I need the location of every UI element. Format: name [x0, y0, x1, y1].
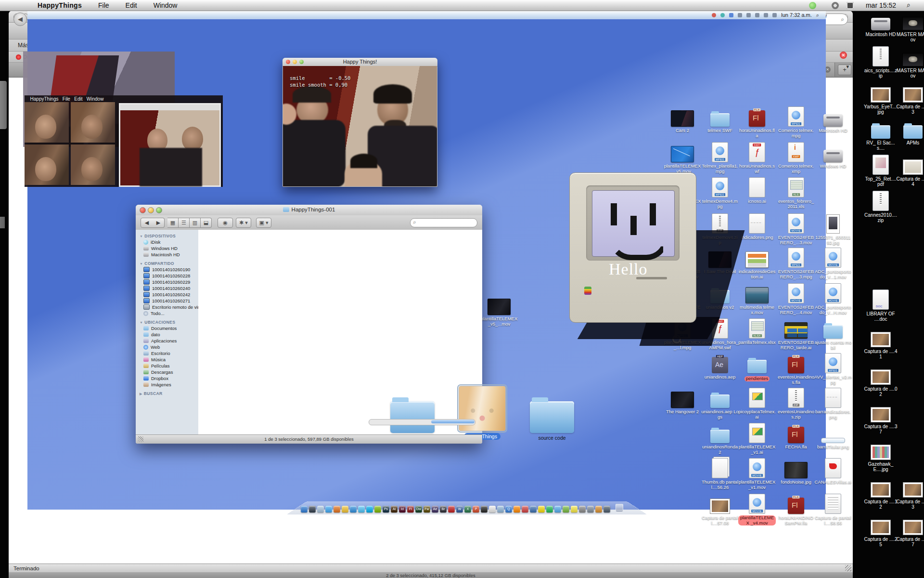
sidebar-item[interactable]: Web: [143, 344, 198, 350]
desktop-icon[interactable]: Gazehawk_E....jpg: [864, 442, 898, 472]
menubar-status-icon[interactable]: [809, 2, 816, 9]
tab-overflow-icon[interactable]: ▾: [846, 64, 849, 70]
sidebar-item[interactable]: 100014010260229: [143, 279, 198, 285]
dock-app-icon[interactable]: [350, 506, 357, 512]
inner-desktop-icon[interactable]: horaUninadinos.fla: [738, 105, 776, 138]
inner-desktop-icon[interactable]: horaUninadinos.swf: [738, 141, 776, 174]
desktop-icon[interactable]: Captura de ....17: [896, 517, 924, 547]
desktop-icon[interactable]: RV_ El Sac...s....: [864, 120, 898, 151]
dock-app-icon[interactable]: [497, 506, 504, 512]
inner-desktop-icon[interactable]: Comerico telmex.xmp: [777, 141, 815, 174]
back-button[interactable]: ◀: [13, 13, 27, 26]
inner-desktop-icon[interactable]: The Hangover 2: [664, 387, 701, 415]
dock-app-icon[interactable]: [603, 506, 610, 512]
inner-desktop-icon[interactable]: ADC_puntosportodo_V...H.mov: [814, 282, 852, 315]
desktop-icon[interactable]: Captura de ....12: [864, 479, 898, 510]
inner-desktop-icon[interactable]: Cars 2: [664, 105, 701, 133]
inner-desktop-icon[interactable]: uniandinos.aep: [701, 352, 739, 380]
inner-desktop-icon[interactable]: uniandinosRonda2: [701, 422, 739, 455]
dock-app-icon[interactable]: X: [464, 506, 471, 512]
dock-app-icon[interactable]: [546, 506, 553, 512]
sidebar-item[interactable]: 100014010260240: [143, 286, 198, 291]
inner-desktop-icon[interactable]: CANALESVillas.ai: [814, 457, 852, 485]
sidebar-item[interactable]: iDisk: [143, 239, 198, 245]
sidebar-item[interactable]: 100014010260228: [143, 273, 198, 278]
inner-desktop-icon[interactable]: Captura de pantall....58.56: [814, 493, 852, 525]
dock-app-icon[interactable]: W: [456, 506, 463, 512]
dock-app-icon[interactable]: [309, 506, 316, 512]
sidebar-item[interactable]: Descargas: [143, 369, 198, 375]
inner-desktop-icon[interactable]: AVV_alertas_v2.mpg: [814, 352, 852, 385]
inner-desktop-icon[interactable]: eventosUniandinos.zip: [777, 387, 815, 420]
dock-app-icon[interactable]: P: [473, 506, 479, 512]
menu-item[interactable]: Edit: [126, 1, 137, 9]
dock-app-icon[interactable]: [334, 506, 340, 512]
inner-desktop-icon[interactable]: plantillaTELEMEX_v1.ai: [738, 422, 776, 455]
inner-desktop-icon[interactable]: plantillaTELEMEX _v4.mov: [738, 493, 776, 526]
spotlight-icon[interactable]: ⌕: [907, 1, 911, 9]
desktop-icon[interactable]: APMs: [896, 120, 924, 145]
finder-resize-grip[interactable]: [138, 436, 143, 442]
sidebar-item[interactable]: Dropbox: [143, 376, 198, 381]
dock-app-icon[interactable]: Fw: [424, 506, 430, 512]
dock-app-icon[interactable]: [358, 506, 365, 512]
inner-desktop-icon[interactable]: EVENTOS24FEBRERO_...3.mpg: [777, 247, 815, 279]
menu-item[interactable]: File: [98, 1, 109, 9]
inner-desktop-icon[interactable]: 1255371_60031192.jpg: [814, 212, 852, 245]
inner-desktop-icon[interactable]: plantillaTELEMEX_v5_...mov: [480, 294, 518, 327]
sidebar-item[interactable]: Escritorio remoto de virt...: [143, 304, 198, 310]
finder-forward-button[interactable]: ▶: [153, 218, 165, 228]
finder-file-item[interactable]: HappyThings: [453, 387, 511, 440]
inner-desktop-icon[interactable]: pendientes: [738, 352, 776, 382]
dock-app-icon[interactable]: Ai: [391, 506, 398, 512]
finder-view-button[interactable]: ▦: [167, 218, 179, 228]
sidebar-item[interactable]: Windows HD: [143, 246, 198, 251]
custom-toolbar-button[interactable]: ▣ ▾: [256, 218, 271, 228]
inner-desktop-icon[interactable]: Thumbs.db pantall....56.26: [701, 457, 739, 490]
inner-desktop-icon[interactable]: eventosUniandinos.fla: [777, 352, 815, 385]
inner-desktop-icon[interactable]: fondoNoise.jpg: [777, 457, 815, 485]
sidebar-item[interactable]: 100014010260190: [143, 267, 198, 272]
app-menu-happythings[interactable]: HappyThings: [38, 1, 82, 9]
window-resize-grip[interactable]: [845, 565, 851, 571]
desktop-icon[interactable]: Captura de ....02: [864, 367, 898, 397]
desktop-icon[interactable]: Captura de ....25: [864, 517, 898, 547]
dock-app-icon[interactable]: [538, 506, 545, 512]
dock-app-icon[interactable]: Id: [399, 506, 406, 512]
inner-desktop-icon[interactable]: telmexDemov4.mpg: [701, 176, 739, 209]
sidebar-item[interactable]: 100014010260271: [143, 298, 198, 303]
inner-desktop-icon[interactable]: horaUNIANDINOSamPM.fla: [777, 493, 815, 525]
dock-app-icon[interactable]: [522, 506, 528, 512]
desktop-icon[interactable]: aics_scripts....zip: [864, 48, 898, 79]
finder-view-button[interactable]: ⬓: [201, 218, 212, 228]
menubar-status-icon[interactable]: [847, 2, 854, 9]
dock-app-icon[interactable]: Dw: [415, 506, 422, 512]
dock-app-icon[interactable]: Fl: [407, 506, 414, 512]
dock-app-icon[interactable]: [489, 506, 496, 512]
dock-app-icon[interactable]: [317, 506, 324, 512]
inner-desktop-icon[interactable]: multimedia telmex.mov: [738, 282, 776, 315]
menubar-status-icon[interactable]: [832, 2, 839, 9]
finder-back-button[interactable]: ◀: [141, 218, 153, 228]
inner-desktop-icon[interactable]: barraIndicadores.png: [814, 387, 852, 420]
trash-icon[interactable]: [616, 504, 623, 512]
inner-desktop-icon[interactable]: indicadores.png: [738, 212, 776, 240]
sidebar-item[interactable]: Escritorio: [143, 351, 198, 356]
inner-desktop-icon[interactable]: uniandinos.aep Logs: [701, 387, 739, 420]
finder-file-item[interactable]: source code: [523, 389, 581, 442]
finder-title-bar[interactable]: HappyThings-001: [136, 205, 482, 216]
dock-app-icon[interactable]: Ps: [383, 506, 389, 512]
dock-app-icon[interactable]: [513, 506, 520, 512]
desktop-icon[interactable]: Captura de ....41: [864, 329, 898, 359]
finder-view-button[interactable]: ☰: [179, 218, 190, 228]
desktop-icon[interactable]: Cannes2010....zip: [864, 193, 898, 223]
inner-desktop-icon[interactable]: EVENTOS24FEBRERO_...4.mov: [777, 282, 815, 315]
inner-desktop-icon[interactable]: plantillaTELEMEX_v1.mov: [738, 457, 776, 490]
sidebar-item[interactable]: Imágenes: [143, 382, 198, 387]
inner-desktop-icon[interactable]: Captura de pantall....57.08: [701, 493, 739, 525]
desktop-icon[interactable]: Captura de ....33: [896, 479, 924, 510]
dock-app-icon[interactable]: [448, 506, 455, 512]
inner-desktop-icon[interactable]: Telmex_plantilla1.mpg: [701, 141, 739, 174]
dock-app-icon[interactable]: [554, 506, 561, 512]
inner-desktop-icon[interactable]: barraTitular.png: [814, 422, 852, 450]
